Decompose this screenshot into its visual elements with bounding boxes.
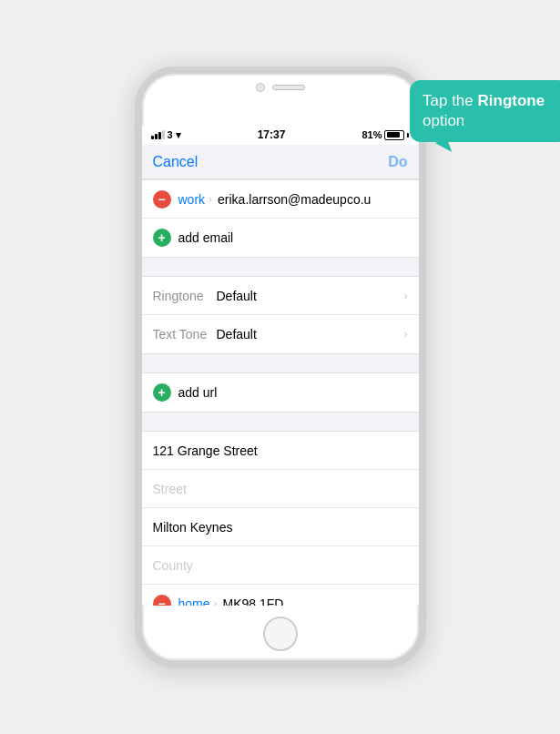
ringtone-chevron: › [404, 290, 408, 302]
battery-fill [387, 132, 400, 138]
text-tone-label: Text Tone [153, 327, 217, 342]
add-email-label[interactable]: add email [178, 230, 408, 245]
signal-bar-4 [162, 130, 165, 139]
add-email-button[interactable]: + [153, 229, 171, 247]
scroll-content: − work › erika.larrson@madeupco.u + add … [142, 179, 419, 606]
tooltip-text-bold: Ringtone [478, 92, 545, 109]
add-url-label[interactable]: add url [178, 385, 408, 400]
status-time: 17:37 [258, 128, 286, 141]
spacer-3 [142, 413, 419, 431]
wifi-icon: ▾ [176, 129, 181, 141]
county-row[interactable]: County [142, 546, 419, 585]
text-tone-row[interactable]: Text Tone Default › [142, 315, 419, 353]
scene: 3 ▾ 17:37 81% Cancel Do [0, 0, 560, 734]
ringtone-value: Default [217, 289, 404, 303]
work-email-row[interactable]: − work › erika.larrson@madeupco.u [142, 180, 419, 219]
cancel-button[interactable]: Cancel [153, 154, 199, 170]
remove-work-email-button[interactable]: − [153, 190, 171, 209]
battery-cap [407, 133, 409, 138]
ringtone-section: Ringtone Default › Text Tone Default › [142, 276, 419, 354]
tooltip-text-end: option [423, 112, 464, 129]
street1-value[interactable]: 121 Grange Street [153, 443, 408, 458]
url-section: + add url [142, 372, 419, 413]
address-type-label[interactable]: home [178, 596, 210, 606]
email-type-label[interactable]: work [178, 192, 206, 207]
phone-top-bar [256, 83, 305, 92]
phone-frame: 3 ▾ 17:37 81% Cancel Do [135, 66, 426, 668]
text-tone-chevron: › [404, 328, 408, 341]
phone-home-button[interactable] [263, 617, 298, 651]
battery-pct: 81% [361, 129, 382, 140]
text-tone-value: Default [217, 327, 404, 342]
street2-placeholder[interactable]: Street [153, 482, 187, 496]
tooltip-callout: Tap the Ringtone option [410, 80, 560, 142]
city-row[interactable]: Milton Keynes [142, 508, 419, 546]
battery-icon [384, 130, 404, 140]
county-placeholder[interactable]: County [153, 558, 193, 573]
address-type-chevron: › [214, 597, 218, 606]
status-left: 3 ▾ [151, 129, 181, 141]
street1-row[interactable]: 121 Grange Street [142, 432, 419, 470]
network-label: 3 [168, 129, 173, 140]
add-email-row[interactable]: + add email [142, 219, 419, 257]
spacer-1 [142, 258, 419, 276]
add-url-row[interactable]: + add url [142, 373, 419, 412]
email-value[interactable]: erika.larrson@madeupco.u [218, 192, 407, 207]
tooltip-text-normal: Tap the [423, 92, 478, 109]
signal-bars [151, 130, 165, 139]
signal-bar-2 [155, 134, 158, 139]
signal-bar-1 [151, 136, 154, 139]
phone-camera [256, 83, 265, 92]
ringtone-label: Ringtone [153, 289, 217, 303]
remove-home-address-button[interactable]: − [153, 595, 171, 606]
postcode-value[interactable]: MK98 1FD [223, 596, 408, 606]
ringtone-row[interactable]: Ringtone Default › [142, 277, 419, 315]
email-section: − work › erika.larrson@madeupco.u + add … [142, 179, 419, 258]
spacer-2 [142, 354, 419, 372]
done-button[interactable]: Do [388, 154, 407, 170]
home-address-row[interactable]: − home › MK98 1FD [142, 585, 419, 606]
add-url-button[interactable]: + [153, 383, 171, 402]
signal-bar-3 [158, 132, 161, 139]
nav-bar: Cancel Do [142, 145, 419, 179]
street2-row[interactable]: Street [142, 470, 419, 508]
phone-screen: 3 ▾ 17:37 81% Cancel Do [142, 125, 419, 606]
status-right: 81% [361, 129, 409, 140]
city-value[interactable]: Milton Keynes [153, 520, 408, 535]
status-bar: 3 ▾ 17:37 81% [142, 125, 419, 145]
address-section: 121 Grange Street Street Milton Keynes C… [142, 431, 419, 606]
email-type-chevron: › [209, 193, 212, 206]
phone-speaker [272, 85, 305, 90]
